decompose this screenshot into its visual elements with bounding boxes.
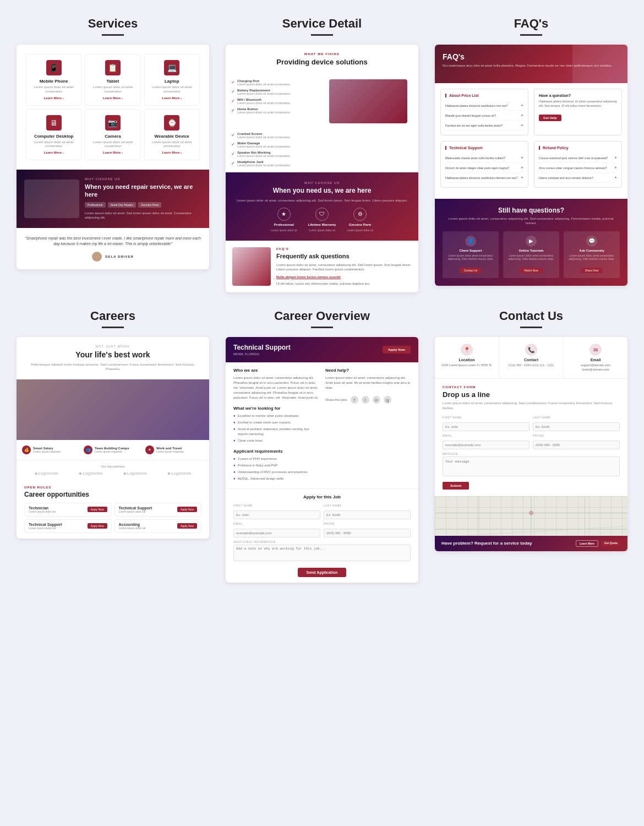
co-email-input[interactable] <box>233 529 320 537</box>
co-phone-input[interactable] <box>324 529 411 537</box>
co-first-name-input[interactable] <box>233 510 320 519</box>
faq-price-text-2: Blandit quis blandit feugiat cursus sit? <box>445 114 521 117</box>
careers-team-text: Team Building Camps Lorem ipsum requires… <box>95 447 129 453</box>
co-contact-row: EMAIL PHONE <box>233 522 411 537</box>
linkedin-icon[interactable]: in <box>373 396 380 404</box>
travel-desc: Lorem ipsum requirest <box>156 450 184 453</box>
email-value: support@domain.com lorem@domain.com <box>568 363 623 372</box>
partner-3: ◆ Logolorem <box>123 471 147 476</box>
service-item-camera[interactable]: 📷 Camera Lorem ipsum dolor sit amet cons… <box>85 109 140 161</box>
service-item-wearable[interactable]: ⌚ Wearable Device Lorem ipsum dolor sit … <box>144 109 200 161</box>
sd-feature-headphone-text: Headphone Jack Lorem ipsum dolor sit ame… <box>237 160 290 167</box>
faq-refund-item-3[interactable]: Libero volutpat sed arcu ornare dolores?… <box>539 173 617 183</box>
contact-info-row: 📍 Location 1234 Lorem Ipsum Lorem Tr, 55… <box>435 337 627 379</box>
tablet-icon: 📋 <box>105 60 121 75</box>
faq-price-item-1[interactable]: Habitasse platea dictumst vestibulum non… <box>445 101 523 111</box>
badge-sameday: Same Day Repairs <box>108 202 137 208</box>
service-name-wearable: Wearable Device <box>155 134 189 139</box>
co-apply-button[interactable]: Apply Now <box>383 346 411 354</box>
location-icon: 📍 <box>461 344 473 356</box>
services-title: Services <box>88 17 138 31</box>
co-req-2: ● Proficient in Ruby and PHP <box>233 463 319 468</box>
service-item-laptop[interactable]: 💻 Laptop Lorem ipsum dolor sit amet cons… <box>144 54 200 106</box>
sd-why-parts: ⚙ Genuine Parts Lorem ipsum dolor sit <box>347 208 373 232</box>
co-job-title: Technical Support <box>233 344 291 351</box>
service-item-tablet[interactable]: 📋 Tablet Lorem ipsum dolor sit amet cons… <box>85 54 140 106</box>
twitter-icon[interactable]: t <box>362 396 369 404</box>
salary-desc: Lorem ipsum requirest <box>33 450 61 453</box>
job-tech-support-2-desc: Lorem ipsum dolor sitr <box>29 526 88 530</box>
sd-feature-battery-text: Battery Replacement Lorem ipsum dolor si… <box>237 89 290 95</box>
sd-why-warranty-label: Lifetime Warranty <box>308 223 336 226</box>
learn-more-mobile[interactable]: Learn More › <box>44 96 64 100</box>
sd-feature-wifi-text: Wifi / Bluetooth Lorem ipsum dolor sit a… <box>237 98 290 105</box>
faq-tech-item-1[interactable]: Malesuada massa amet nulla facilisi null… <box>445 153 523 163</box>
job-tech-support-1: Technical Support Lorem ipsum dolor sitr… <box>114 503 202 517</box>
service-item-mobile[interactable]: 📱 Mobile Phone Lorem ipsum dolor sit ame… <box>26 54 81 106</box>
careers-partners: Our top partners ◆ Logolorem ◆ Logolorem… <box>17 460 209 480</box>
co-submit-button[interactable]: Send Application <box>298 568 347 577</box>
co-share-label: Share this jobs <box>325 398 347 401</box>
watch-now-button[interactable]: Watch Now <box>520 268 542 273</box>
faq-refund-item-2[interactable]: Arcu cursus vitae congue mauris rhoncus … <box>539 163 617 173</box>
contact-us-button[interactable]: Contact Us <box>460 268 482 273</box>
apply-tech-support-2-button[interactable]: Apply Now <box>88 523 107 529</box>
careers-travel-text: Work and Travel Lorem ipsum requirest <box>156 447 184 453</box>
get-quote-button[interactable]: Get Quote <box>601 540 621 547</box>
sd-why-icons: ★ Professional Lorem ipsum dolor sit 🛡 L… <box>234 208 410 232</box>
apply-tech-support-1-button[interactable]: Apply Now <box>177 507 197 512</box>
faq-price-item-3[interactable]: Facilisis leo ex est eget nulla facilisi… <box>445 121 523 131</box>
faq-have-question: Have a question? Habitasse platea dictum… <box>534 89 622 135</box>
co-looking-text-1: Excellent to mentor other junior develop… <box>238 414 299 419</box>
sd-faq-link[interactable]: Nulla aliquet lorem fuclus omnes susciti… <box>276 275 412 279</box>
facebook-icon[interactable]: f <box>351 396 358 404</box>
learn-more-desktop[interactable]: Learn More › <box>44 151 64 154</box>
faq-tech-item-3[interactable]: Habitasse platea dictumst vestibulum lit… <box>445 173 523 183</box>
faqs-section: FAQ's FAQ's Dui scelerisque arcu ultra s… <box>435 17 627 292</box>
learn-more-wearable[interactable]: Learn More › <box>162 151 182 154</box>
learn-more-tablet[interactable]: Learn More › <box>103 96 123 100</box>
apply-technician-button[interactable]: Apply Now <box>88 507 107 512</box>
co-req-text-3: Understanding of MVC processes and pract… <box>238 470 308 475</box>
faq-price-list: About Price List Habitasse platea dictum… <box>440 89 528 135</box>
share-now-button[interactable]: Share Now <box>581 268 603 273</box>
services-banner-image <box>24 180 79 218</box>
faq-sq-title: Still have questions? <box>443 206 620 214</box>
faq-help-button[interactable]: Get Help <box>539 115 561 121</box>
learn-more-camera[interactable]: Learn More › <box>103 151 123 154</box>
faq-client-support-card: 👤 Client Support Lorem ipsum dolor amet … <box>443 231 499 278</box>
learn-more-laptop[interactable]: Learn More › <box>162 96 182 100</box>
contact-message-textarea[interactable] <box>443 457 620 476</box>
warranty-icon: 🛡 <box>315 208 329 221</box>
faq-sq-text: Lorem ipsum dolor sit amet, consectetur … <box>443 216 620 226</box>
faq-refund-item-1[interactable]: Cursus euismod quis viverra nibh cras at… <box>539 153 617 163</box>
contact-phone-input[interactable] <box>533 441 620 449</box>
author-name: DELA DRIVER <box>105 255 133 258</box>
sd-feature-water-text: Water Damage Lorem ipsum dolor sit amet … <box>237 142 290 148</box>
contact-last-name-input[interactable] <box>533 422 620 431</box>
learn-more-button[interactable]: Learn More <box>576 540 598 547</box>
careers-partners-label: Our top partners <box>24 465 201 468</box>
service-desc-mobile: Lorem ipsum dolor sit amet consectetur <box>30 85 78 94</box>
faq-price-item-2[interactable]: Blandit quis blandit feugiat cursus sit?… <box>445 111 523 121</box>
co-additional-textarea[interactable] <box>233 545 411 561</box>
faq-tech-item-2[interactable]: Dictum sit amet integer vitae justo eget… <box>445 163 523 173</box>
check-icon-6: ✓ <box>231 142 235 147</box>
svg-point-6 <box>529 511 533 515</box>
service-desc-wearable: Lorem ipsum dolor sit amet consectetur <box>148 140 196 149</box>
co-email-label: EMAIL <box>233 522 320 525</box>
service-name-tablet: Tablet <box>107 79 119 84</box>
co-last-name-input[interactable] <box>324 510 411 519</box>
contact-message-label: MESSAGE <box>443 452 620 455</box>
apply-accounting-button[interactable]: Apply Now <box>177 523 197 529</box>
service-item-desktop[interactable]: 🖥 Computer Desktop Lorem ipsum dolor sit… <box>26 109 81 161</box>
sd-feature-home: ✓ Home Button Lorem ipsum dolor sit amet… <box>231 107 320 114</box>
instagram-icon[interactable]: ig <box>384 396 391 404</box>
co-form-title: Apply for this Job <box>233 494 411 499</box>
contact-first-name-input[interactable] <box>443 422 530 431</box>
sd-feature-col-left: ✓ Charging Port Lorem ipsum dolor sit am… <box>231 79 320 129</box>
req-bullet-4: ● <box>233 477 236 480</box>
contact-email-input[interactable] <box>443 441 530 449</box>
contact-submit-button[interactable]: Submit <box>443 482 469 490</box>
faq-price-list-title: About Price List <box>445 94 523 97</box>
